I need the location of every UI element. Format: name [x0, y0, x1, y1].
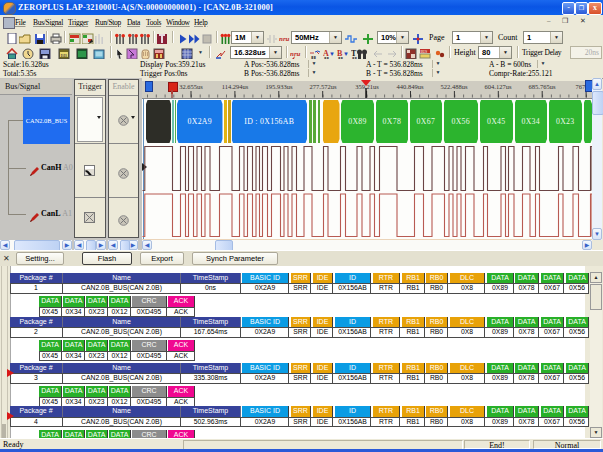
- svg-text:nru: nru: [279, 35, 290, 43]
- svg-text:BUS: BUS: [421, 50, 428, 54]
- svg-text:BB: BB: [61, 53, 68, 58]
- svg-text:nru: nru: [290, 50, 301, 58]
- svg-text:▼: ▼: [343, 51, 349, 57]
- svg-text:▼: ▼: [329, 51, 335, 57]
